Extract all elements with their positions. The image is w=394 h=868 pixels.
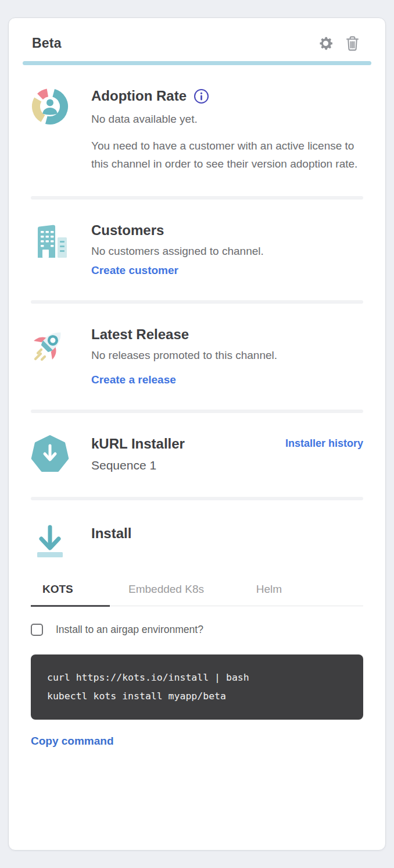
kurl-heptagon-download-icon	[31, 435, 69, 474]
tab-helm[interactable]: Helm	[223, 579, 316, 606]
customers-empty-text: No customers assigned to channel.	[91, 243, 363, 260]
latest-release-empty-text: No releases promoted to this channel.	[91, 347, 363, 364]
airgap-option-row: Install to an airgap environment?	[31, 624, 363, 636]
adoption-rate-donut-icon	[31, 87, 69, 173]
create-release-link[interactable]: Create a release	[91, 373, 176, 386]
install-command-code-block: curl https://kots.io/install | bashkubec…	[31, 654, 363, 720]
latest-release-title: Latest Release	[91, 326, 363, 343]
kurl-installer-title: kURL Installer	[91, 435, 185, 453]
airgap-checkbox-label: Install to an airgap environment?	[56, 624, 203, 636]
customers-title: Customers	[91, 222, 363, 239]
adoption-rate-empty-text: No data available yet.	[91, 111, 363, 128]
download-arrow-icon	[31, 521, 69, 560]
installer-sequence: Sequence 1	[91, 458, 185, 472]
rocket-icon	[31, 326, 69, 386]
channel-card: Beta	[8, 17, 386, 851]
adoption-rate-section: Adoption Rate No data available yet. You…	[9, 65, 385, 196]
latest-release-section: Latest Release No releases promoted to t…	[9, 304, 385, 410]
code-line: curl https://kots.io/install | bash	[47, 668, 347, 687]
installer-history-link[interactable]: Installer history	[285, 437, 363, 450]
create-customer-link[interactable]: Create customer	[91, 264, 178, 277]
install-tabs: KOTS Embedded K8s Helm	[31, 579, 363, 606]
code-line: kubectl kots install myapp/beta	[47, 687, 347, 706]
tab-embedded-k8s[interactable]: Embedded K8s	[110, 579, 223, 606]
gear-icon	[317, 35, 334, 52]
channel-settings-button[interactable]	[317, 34, 334, 52]
adoption-rate-title: Adoption Rate	[91, 87, 187, 105]
install-section: Install KOTS Embedded K8s Helm Install t…	[9, 500, 385, 778]
airgap-checkbox[interactable]	[31, 624, 43, 636]
channel-title: Beta	[32, 35, 62, 51]
channel-actions	[317, 34, 361, 52]
trash-icon	[345, 35, 360, 52]
channel-card-header: Beta	[9, 18, 385, 61]
customers-section: Customers No customers assigned to chann…	[9, 200, 385, 300]
channel-delete-button[interactable]	[343, 34, 361, 52]
customers-building-icon	[31, 222, 69, 276]
info-icon[interactable]	[194, 88, 209, 104]
adoption-rate-help-text: You need to have a customer with an acti…	[91, 137, 363, 173]
install-title: Install	[91, 525, 363, 542]
tab-kots[interactable]: KOTS	[31, 579, 110, 607]
channel-accent-rule	[23, 61, 371, 65]
kurl-installer-section: kURL Installer Sequence 1 Installer hist…	[9, 413, 385, 497]
copy-command-link[interactable]: Copy command	[31, 735, 114, 748]
